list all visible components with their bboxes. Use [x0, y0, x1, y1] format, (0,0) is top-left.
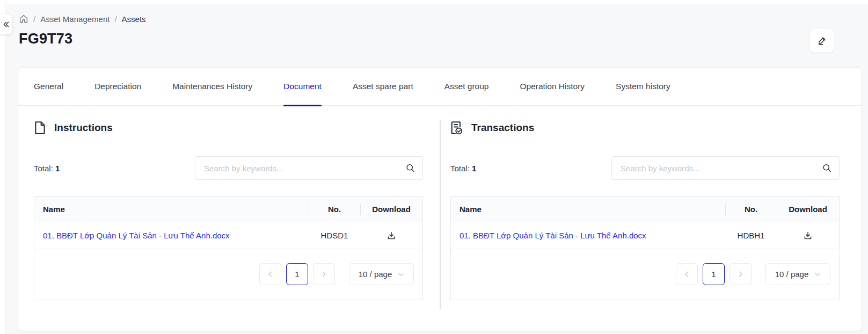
- total-value: 1: [472, 164, 476, 173]
- instructions-controls: Total: 1: [34, 156, 423, 180]
- edit-pencil-icon: [817, 35, 827, 46]
- file-check-icon: [450, 121, 463, 135]
- tab-document[interactable]: Document: [283, 68, 322, 106]
- double-chevron-left-icon: [2, 20, 10, 28]
- download-icon[interactable]: [803, 231, 813, 241]
- search-input[interactable]: [195, 156, 423, 180]
- next-page-button[interactable]: [313, 263, 335, 285]
- transactions-controls: Total: 1: [450, 156, 840, 180]
- top-edge: [0, 0, 868, 4]
- table-row: 01. BBĐT Lớp Quản Lý Tài Sản - Lưu Thế A…: [451, 222, 839, 249]
- panel-title: Transactions: [471, 122, 534, 134]
- page-number-button[interactable]: 1: [286, 263, 308, 285]
- table-row: 01. BBĐT Lớp Quản Lý Tài Sản - Lưu Thế A…: [34, 222, 422, 249]
- sidebar-collapse-button[interactable]: [0, 14, 12, 34]
- chevron-down-icon: [398, 271, 404, 278]
- table-header: Name No. Download: [451, 197, 839, 222]
- tab-depreciation[interactable]: Depreciation: [94, 68, 141, 106]
- document-link[interactable]: 01. BBĐT Lớp Quản Lý Tài Sản - Lưu Thế A…: [459, 231, 646, 240]
- tab-operation-history[interactable]: Operation History: [520, 68, 585, 106]
- instructions-panel: Instructions Total: 1 N: [34, 120, 423, 309]
- tab-bar: General Depreciation Maintenances Histor…: [18, 68, 862, 106]
- page-size-value: 10 / page: [775, 270, 809, 279]
- home-icon[interactable]: [19, 14, 28, 24]
- total-count: Total: 1: [34, 164, 60, 173]
- asset-detail-card: General Depreciation Maintenances Histor…: [18, 67, 862, 331]
- tab-general[interactable]: General: [34, 68, 63, 106]
- page-size-select[interactable]: 10 / page: [349, 263, 414, 285]
- column-header-name: Name: [34, 205, 309, 214]
- total-count: Total: 1: [450, 164, 476, 173]
- tab-system-history[interactable]: System history: [616, 68, 670, 106]
- breadcrumb-separator: /: [114, 14, 116, 24]
- chevron-down-icon: [814, 271, 821, 278]
- column-header-download: Download: [360, 205, 422, 214]
- chevron-left-icon: [683, 271, 690, 278]
- instructions-panel-header: Instructions: [34, 121, 423, 135]
- page-number-button[interactable]: 1: [703, 263, 725, 285]
- panel-divider: [440, 120, 441, 309]
- chevron-left-icon: [267, 271, 274, 278]
- panel-title: Instructions: [54, 122, 113, 134]
- transactions-panel-header: Transactions: [450, 121, 840, 135]
- edit-asset-button[interactable]: [809, 28, 834, 53]
- breadcrumb-item-assets[interactable]: Assets: [122, 14, 146, 24]
- transactions-pagination: 1 10 / page: [451, 249, 839, 300]
- prev-page-button[interactable]: [676, 263, 698, 285]
- transactions-search: [611, 156, 840, 180]
- document-tab-content: Instructions Total: 1 N: [18, 106, 862, 325]
- transactions-table: Name No. Download 01. BBĐT Lớp Quản Lý T…: [450, 196, 840, 300]
- breadcrumb: / Asset Management / Assets: [19, 14, 146, 24]
- file-icon: [34, 121, 46, 135]
- document-link[interactable]: 01. BBĐT Lớp Quản Lý Tài Sản - Lưu Thế A…: [43, 231, 230, 240]
- search-input[interactable]: [611, 156, 840, 180]
- document-no: HDSD1: [321, 231, 348, 240]
- chevron-right-icon: [737, 271, 744, 278]
- tab-asset-group[interactable]: Asset group: [444, 68, 489, 106]
- instructions-table: Name No. Download 01. BBĐT Lớp Quản Lý T…: [34, 196, 423, 300]
- total-label: Total:: [34, 164, 53, 173]
- document-no: HDBH1: [738, 231, 765, 240]
- column-header-no: No.: [309, 205, 360, 214]
- search-icon[interactable]: [406, 164, 415, 173]
- column-header-name: Name: [451, 205, 725, 214]
- total-value: 1: [55, 164, 60, 173]
- page-title: FG9T73: [19, 31, 146, 47]
- tab-asset-spare-part[interactable]: Asset spare part: [353, 68, 413, 106]
- page-size-value: 10 / page: [359, 270, 392, 279]
- page-size-select[interactable]: 10 / page: [765, 263, 830, 285]
- transactions-panel: Transactions Total: 1 N: [450, 120, 840, 309]
- breadcrumb-item-asset-management[interactable]: Asset Management: [40, 14, 110, 24]
- table-header: Name No. Download: [34, 197, 422, 222]
- instructions-pagination: 1 10 / page: [34, 249, 422, 300]
- tab-maintenances-history[interactable]: Maintenances History: [172, 68, 252, 106]
- collapsed-sidebar-edge: [0, 0, 5, 334]
- chevron-right-icon: [320, 271, 327, 278]
- total-label: Total:: [450, 164, 470, 173]
- instructions-search: [195, 156, 423, 180]
- column-header-no: No.: [725, 205, 777, 214]
- breadcrumb-separator: /: [33, 14, 35, 24]
- page-header: / Asset Management / Assets FG9T73: [19, 14, 146, 47]
- prev-page-button[interactable]: [259, 263, 281, 285]
- download-icon[interactable]: [386, 231, 396, 241]
- next-page-button[interactable]: [730, 263, 752, 285]
- search-icon[interactable]: [822, 164, 831, 173]
- column-header-download: Download: [777, 205, 839, 214]
